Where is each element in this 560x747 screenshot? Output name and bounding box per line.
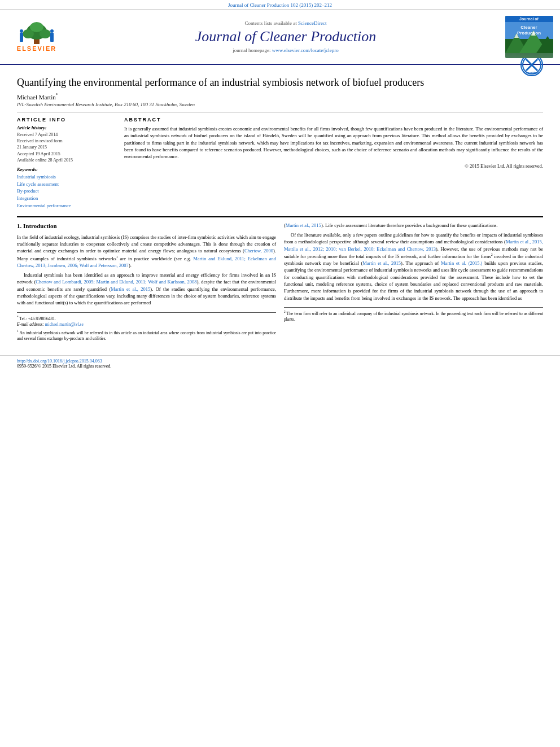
article-info-panel: Article Info Article history: Received 7…	[17, 117, 116, 209]
svg-text:Production: Production	[517, 30, 540, 36]
article-content: CrossMark Quantifying the environmental …	[0, 65, 560, 350]
article-meta-section: Article Info Article history: Received 7…	[17, 117, 543, 209]
journal-title: Journal of Cleaner Production	[73, 28, 498, 45]
journal-badge-area: Journal of Cleaner Production	[504, 14, 554, 59]
author-affiliation: IVL-Swedish Environmental Research Insti…	[17, 102, 543, 107]
keyword-3: By-product	[17, 187, 116, 195]
ref-chertow-2000: Chertow, 2000	[244, 248, 273, 254]
elsevier-label: ELSEVIER	[17, 45, 56, 52]
ref-martin-mattila: Martin et al., 2015, Mattila et al., 201…	[284, 239, 543, 251]
body-para-1: In the field of industrial ecology, indu…	[17, 234, 276, 269]
article-history-label: Article history:	[17, 125, 116, 130]
contents-label: Contents lists available at	[245, 20, 297, 26]
article-history-section: Article history: Received 7 April 2014 R…	[17, 125, 116, 163]
body-para-3: (Martin et al., 2015). Life cycle assess…	[284, 222, 543, 229]
col2-footnotes: 2 The term firm will refer to an individ…	[284, 307, 543, 323]
footnote-star: * Tel.: +46 859856481. E-mail address: m…	[17, 315, 276, 328]
ref-martin-2015: Martin et al., 2015	[111, 286, 150, 292]
article-info-heading: Article Info	[17, 117, 116, 123]
svg-point-7	[20, 29, 23, 33]
footnote-1: 1 An industrial symbiosis network will b…	[17, 329, 276, 342]
cleaner-production-badge: Journal of Cleaner Production	[505, 16, 553, 58]
badge-top-text: Journal of	[505, 16, 553, 22]
body-column-2: (Martin et al., 2015). Life cycle assess…	[284, 222, 543, 344]
svg-rect-5	[20, 33, 23, 42]
body-column-1: 1. Introduction In the field of industri…	[17, 222, 276, 344]
svg-point-4	[30, 22, 43, 32]
svg-rect-6	[50, 33, 54, 42]
abstract-heading: Abstract	[124, 117, 543, 123]
ref-martin-2015-2: Martin et al., 2015	[286, 222, 321, 228]
abstract-section: Abstract It is generally assumed that in…	[124, 117, 543, 209]
body-divider	[17, 216, 543, 217]
footnote-ref-1: 1	[116, 255, 118, 259]
header-divider	[17, 112, 543, 112]
homepage-url[interactable]: www.elsevier.com/locate/jclepro	[272, 47, 339, 53]
bottom-bar: http://dx.doi.org/10.1016/j.jclepro.2015…	[0, 355, 560, 372]
keyword-1: Industrial symbiosis	[17, 173, 116, 181]
journal-citation: Journal of Cleaner Production 102 (2015)…	[228, 2, 332, 8]
article-history-items: Received 7 April 2014 Received in revise…	[17, 132, 116, 163]
svg-text:Cleaner: Cleaner	[520, 25, 537, 30]
journal-header: ELSEVIER Contents lists available at Sci…	[0, 10, 560, 65]
section-1-heading: 1. Introduction	[17, 222, 276, 231]
elsevier-tree-icon	[17, 21, 56, 44]
ref-martin-2015-approach: Martin et al. (2015.)	[441, 260, 482, 266]
svg-text:CrossMark: CrossMark	[524, 71, 539, 75]
homepage-label: journal homepage:	[233, 47, 270, 53]
journal-citation-bar: Journal of Cleaner Production 102 (2015)…	[0, 0, 560, 10]
elsevier-logo-area: ELSEVIER	[6, 21, 68, 52]
keyword-2: Life cycle assessment	[17, 181, 116, 188]
ref-martin-2015-3: Martin et al., 2015	[362, 260, 401, 266]
contents-available-line: Contents lists available at ScienceDirec…	[73, 20, 498, 26]
author-name: Michael Martin*	[17, 93, 543, 101]
footnote-2: 2 The term firm will refer to an individ…	[284, 310, 543, 323]
keyword-5: Environmental performance	[17, 202, 116, 209]
author-sup: *	[56, 93, 58, 98]
author-email[interactable]: michael.martin@ivl.se	[45, 322, 84, 327]
sciencedirect-link[interactable]: ScienceDirect	[298, 20, 326, 26]
body-para-4: Of the literature available, only a few …	[284, 231, 543, 302]
issn-notice: 0959-6526/© 2015 Elsevier Ltd. All right…	[17, 364, 111, 369]
homepage-line: journal homepage: www.elsevier.com/locat…	[73, 47, 498, 53]
badge-landscape-icon: Cleaner Production	[505, 22, 553, 53]
svg-point-8	[50, 29, 54, 33]
footnote-ref-2: 2	[491, 253, 493, 256]
ref-martin-eklund: Martin and Eklund, 2011; Eckelman and Ch…	[17, 255, 276, 268]
doi-link[interactable]: http://dx.doi.org/10.1016/j.jclepro.2015…	[17, 359, 102, 364]
keywords-section: Keywords: Industrial symbiosis Life cycl…	[17, 167, 116, 209]
article-title: Quantifying the environmental performanc…	[17, 76, 543, 89]
body-columns: 1. Introduction In the field of industri…	[17, 222, 543, 344]
keyword-4: Integration	[17, 195, 116, 202]
header-center: Contents lists available at ScienceDirec…	[73, 20, 498, 53]
abstract-text: It is generally assumed that industrial …	[124, 125, 543, 160]
body-para-2: Industrial symbiosis has been identified…	[17, 272, 276, 307]
ref-chertow-lombardi: Chertow and Lombardi, 2005; Martin and E…	[36, 279, 196, 285]
copyright-notice: © 2015 Elsevier Ltd. All rights reserved…	[124, 163, 543, 169]
keywords-label: Keywords:	[17, 167, 116, 172]
col1-footnotes: * Tel.: +46 859856481. E-mail address: m…	[17, 312, 276, 342]
